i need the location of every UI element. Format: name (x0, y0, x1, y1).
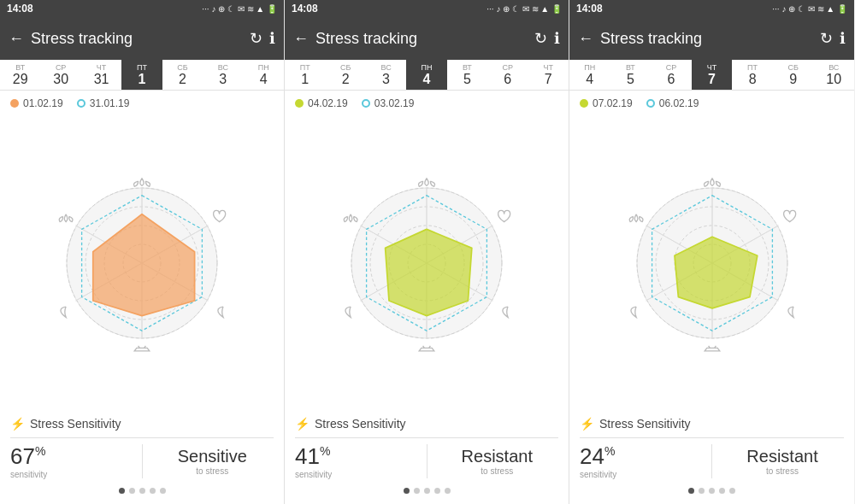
page-dot-3[interactable] (424, 488, 430, 494)
page-dot-2[interactable] (129, 488, 135, 494)
calendar-day[interactable]: СБ 9 (773, 60, 814, 90)
refresh-icon[interactable]: ↻ (534, 29, 547, 48)
header-title: Stress tracking (31, 30, 243, 48)
page-dot-1[interactable] (688, 488, 694, 494)
calendar-day[interactable]: ВС 3 (203, 60, 243, 90)
legend-item-prev: 06.02.19 (646, 97, 699, 109)
legend-item-current: 07.02.19 (580, 97, 633, 109)
status-value: Resistant (746, 447, 817, 466)
header: ← Stress tracking ↻ ℹ (285, 17, 569, 60)
back-icon[interactable]: ← (293, 30, 309, 48)
info-icon[interactable]: ℹ (554, 29, 560, 48)
sensitivity-label: sensitivity (580, 470, 616, 479)
cal-num: 31 (94, 72, 109, 87)
status-bar: 14:08··· ♪ ⊕ ☾ ✉ ≋ ▲ 🔋 (569, 0, 854, 17)
page-dot-5[interactable] (160, 488, 166, 494)
calendar-day[interactable]: ПТ 1 (285, 60, 325, 90)
legend-dot (77, 99, 86, 108)
calendar-day[interactable]: ПТ 1 (121, 60, 162, 90)
calendar-day[interactable]: ВС 10 (813, 60, 854, 90)
radar-chart (35, 169, 249, 357)
info-icon[interactable]: ℹ (269, 29, 275, 48)
legend-dot (362, 99, 370, 108)
sensitivity-value: 41% (295, 443, 330, 470)
cal-weekday: ЧТ (543, 63, 553, 72)
page-dots (10, 484, 274, 501)
cal-num: 29 (13, 72, 28, 87)
calendar-day[interactable]: ПН 4 (244, 60, 284, 90)
cal-weekday: ВС (380, 63, 391, 72)
bottom-section: ⚡Stress Sensitivity 41% sensitivity Resi… (285, 410, 569, 504)
metrics-row: 24% sensitivity Resistant to stress (580, 437, 844, 479)
lightning-icon: ⚡ (295, 417, 310, 431)
page-dot-2[interactable] (414, 488, 420, 494)
legend-dot (580, 99, 588, 108)
legend-date-prev: 06.02.19 (659, 97, 699, 109)
page-dot-4[interactable] (719, 488, 725, 494)
cal-weekday: ЧТ (97, 63, 107, 72)
legend-dot (646, 99, 655, 108)
page-dot-5[interactable] (729, 488, 735, 494)
calendar-day[interactable]: ЧТ 7 (528, 60, 569, 90)
back-icon[interactable]: ← (578, 30, 593, 48)
stress-panel-3: 14:08··· ♪ ⊕ ☾ ✉ ≋ ▲ 🔋 ← Stress tracking… (569, 0, 854, 504)
page-dot-3[interactable] (139, 488, 145, 494)
calendar-day[interactable]: СР 30 (40, 60, 80, 90)
page-dot-1[interactable] (119, 488, 125, 494)
cal-weekday: СБ (340, 63, 351, 72)
calendar-day[interactable]: ПН 4 (406, 60, 446, 90)
page-dot-4[interactable] (434, 488, 440, 494)
legend-date-prev: 03.02.19 (374, 97, 415, 109)
calendar-day[interactable]: ЧТ 31 (81, 60, 121, 90)
page-dots (295, 484, 558, 501)
stress-sensitivity-title: ⚡Stress Sensitivity (10, 417, 274, 431)
cal-num: 1 (301, 72, 309, 87)
page-dot-4[interactable] (150, 488, 156, 494)
calendar-day[interactable]: ПТ 8 (732, 60, 773, 90)
info-icon[interactable]: ℹ (840, 29, 846, 48)
status-time: 14:08 (292, 3, 318, 15)
metrics-row: 41% sensitivity Resistant to stress (295, 437, 558, 479)
calendar-day[interactable]: СР 6 (487, 60, 528, 90)
legend-dot (295, 99, 304, 108)
header: ← Stress tracking ↻ ℹ (569, 17, 854, 60)
legend-item-prev: 03.02.19 (362, 97, 415, 109)
calendar-day[interactable]: СБ 2 (325, 60, 365, 90)
calendar-day[interactable]: ПН 4 (569, 60, 610, 90)
cal-weekday: ЧТ (707, 63, 717, 72)
legend-item-current: 04.02.19 (295, 97, 348, 109)
page-dot-1[interactable] (404, 488, 410, 494)
calendar-day[interactable]: ЧТ 7 (692, 60, 733, 90)
sensitivity-value: 24% (580, 443, 615, 470)
status-time: 14:08 (7, 3, 33, 15)
cal-weekday: СР (503, 63, 514, 72)
refresh-icon[interactable]: ↻ (820, 29, 833, 48)
lightning-icon: ⚡ (10, 417, 25, 431)
status-icons: ··· ♪ ⊕ ☾ ✉ ≋ ▲ 🔋 (202, 4, 277, 14)
metrics-row: 67% sensitivity Sensitive to stress (10, 437, 274, 479)
calendar-day[interactable]: ВС 3 (366, 60, 406, 90)
calendar-day[interactable]: СР 6 (651, 60, 692, 90)
stress-panel-1: 14:08··· ♪ ⊕ ☾ ✉ ≋ ▲ 🔋 ← Stress tracking… (0, 0, 285, 504)
metric-sensitivity: 41% sensitivity (295, 443, 418, 479)
cal-weekday: СР (666, 63, 677, 72)
calendar-day[interactable]: СБ 2 (162, 60, 203, 90)
radar-area (0, 116, 284, 410)
cal-weekday: СБ (787, 63, 798, 72)
page-dot-5[interactable] (445, 488, 451, 494)
back-icon[interactable]: ← (9, 30, 24, 48)
radar-area (569, 116, 854, 410)
page-dot-2[interactable] (699, 488, 705, 494)
cal-weekday: ПТ (747, 63, 758, 72)
stress-panel-2: 14:08··· ♪ ⊕ ☾ ✉ ≋ ▲ 🔋 ← Stress tracking… (285, 0, 569, 504)
page-dot-3[interactable] (709, 488, 715, 494)
calendar-day[interactable]: ВТ 5 (610, 60, 652, 90)
calendar-day[interactable]: ВТ 5 (447, 60, 487, 90)
cal-weekday: ВТ (463, 63, 472, 72)
cal-num: 7 (708, 72, 716, 87)
refresh-icon[interactable]: ↻ (250, 29, 262, 48)
date-legend: 07.02.1906.02.19 (569, 91, 854, 116)
svg-marker-25 (386, 229, 472, 315)
calendar-day[interactable]: ВТ 29 (0, 60, 40, 90)
cal-weekday: ПН (258, 63, 269, 72)
